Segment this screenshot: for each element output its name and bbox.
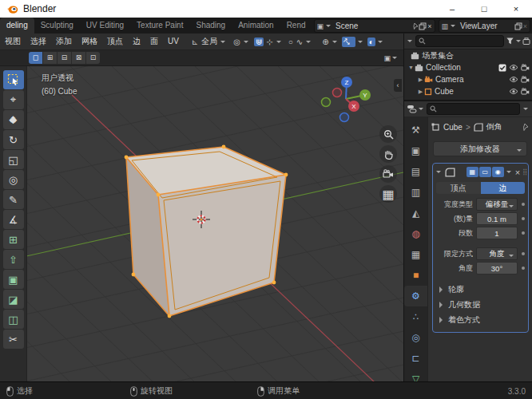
- pin-icon[interactable]: [521, 123, 529, 131]
- expand-triangle[interactable]: ▶: [417, 77, 424, 83]
- menu-add[interactable]: 添加: [51, 34, 77, 49]
- navigation-gizmo[interactable]: Z Y X: [318, 69, 390, 129]
- menu-mesh[interactable]: 网格: [77, 34, 102, 49]
- tool-inset-faces[interactable]: ▣: [3, 270, 24, 289]
- new-scene-icon[interactable]: [419, 22, 427, 30]
- workspace-tab-shading[interactable]: Shading: [189, 18, 232, 34]
- tool-select-box[interactable]: [3, 70, 24, 89]
- viewport-3d[interactable]: 用户透视 (60) Cube ⌖ ⬌⬍ ↻ ◱ ◎ ✎ ∡ ⊞ ⇧ ▣ ◪: [0, 66, 403, 381]
- tool-rotate[interactable]: ↻: [3, 130, 24, 149]
- menu-view[interactable]: 视图: [0, 34, 26, 49]
- drag-handle[interactable]: ⣿: [522, 168, 526, 176]
- eye-icon[interactable]: [509, 76, 518, 83]
- section-profile[interactable]: 轮廓: [435, 282, 526, 297]
- outliner-row-collection[interactable]: ▼ Collection: [404, 61, 532, 73]
- close-button[interactable]: ×: [500, 0, 532, 18]
- menu-face[interactable]: 面: [145, 34, 163, 49]
- new-viewlayer-icon[interactable]: [514, 22, 522, 30]
- animate-dot[interactable]: [522, 267, 525, 270]
- shading-mode-toggle[interactable]: ◐: [367, 38, 375, 46]
- sidebar-collapse-toggle[interactable]: ‹: [394, 79, 402, 92]
- show-gizmo-icon[interactable]: ⊕: [320, 38, 330, 46]
- snap-toggle[interactable]: ⋓: [254, 38, 264, 46]
- delete-modifier-button[interactable]: ×: [513, 168, 522, 177]
- display-realtime-toggle[interactable]: ▭: [479, 167, 491, 177]
- props-tab-constraints[interactable]: ⊏: [404, 348, 427, 369]
- pin-icon[interactable]: [411, 22, 419, 30]
- tab-vertices[interactable]: 顶点: [436, 182, 481, 194]
- xray-toggle[interactable]: ↗↘: [342, 37, 355, 47]
- animate-dot[interactable]: [522, 231, 525, 235]
- properties-editor-icon[interactable]: [407, 105, 417, 113]
- eye-icon[interactable]: [509, 64, 518, 71]
- tool-annotate[interactable]: ✎: [3, 190, 24, 209]
- expand-chevron[interactable]: [436, 171, 441, 176]
- menu-select[interactable]: 选择: [26, 34, 51, 49]
- select-mode-intersect[interactable]: ⊡: [86, 52, 100, 64]
- tool-measure[interactable]: ∡: [3, 210, 24, 229]
- props-tab-scene[interactable]: ◭: [404, 203, 427, 223]
- menu-edge[interactable]: 边: [128, 34, 145, 49]
- props-tab-particles[interactable]: ∴: [404, 306, 427, 327]
- select-mode-extend[interactable]: ⊞: [43, 52, 58, 64]
- new-collection-icon[interactable]: [522, 38, 530, 45]
- camera-view-button[interactable]: [379, 165, 397, 183]
- props-tab-physics[interactable]: ◎: [404, 327, 427, 348]
- proportional-edit-icon[interactable]: ○: [287, 38, 295, 46]
- checkbox-checked[interactable]: [498, 64, 506, 72]
- section-geometry[interactable]: 几何数据: [435, 297, 526, 312]
- outliner-row-scene-collection[interactable]: 场景集合: [404, 49, 532, 61]
- expand-triangle[interactable]: ▼: [407, 65, 415, 70]
- viewlayer-selector[interactable]: ▥ ViewLayer ×: [439, 19, 530, 33]
- display-editmode-toggle[interactable]: ▦: [466, 167, 478, 177]
- minimize-button[interactable]: –: [436, 0, 468, 18]
- menu-vertex[interactable]: 顶点: [102, 34, 128, 49]
- tab-edges[interactable]: 边: [481, 182, 526, 194]
- render-visibility-icon[interactable]: [521, 64, 530, 71]
- outliner-search-input[interactable]: [415, 35, 504, 47]
- tool-settings-extra[interactable]: ▣: [383, 54, 399, 62]
- transform-orientation-dropdown[interactable]: 全局: [200, 34, 219, 49]
- display-render-toggle[interactable]: ◉: [492, 167, 504, 177]
- workspace-tab-texture-paint[interactable]: Texture Paint: [130, 18, 189, 34]
- select-mode-invert[interactable]: ⊠: [72, 52, 86, 64]
- viewlayer-name[interactable]: ViewLayer: [457, 22, 514, 30]
- props-tab-object[interactable]: ■: [404, 265, 427, 286]
- width-type-dropdown[interactable]: 偏移量: [476, 198, 518, 211]
- props-tab-modifiers[interactable]: ⚙: [404, 286, 427, 306]
- select-mode-new[interactable]: ◻: [29, 52, 43, 64]
- props-tab-render[interactable]: ▣: [404, 140, 427, 161]
- snap-target-icon[interactable]: ⊹: [264, 38, 274, 46]
- tool-cursor[interactable]: ⌖: [3, 90, 24, 109]
- tool-add-cube[interactable]: ⊞: [3, 230, 24, 249]
- angle-value-slider[interactable]: 30°: [476, 262, 518, 275]
- breadcrumb-modifier[interactable]: 倒角: [486, 121, 502, 132]
- workspace-tab-rendering[interactable]: Rend: [280, 18, 312, 34]
- workspace-tab-uv-editing[interactable]: UV Editing: [80, 18, 130, 34]
- breadcrumb-object[interactable]: Cube: [443, 123, 463, 132]
- filter-icon[interactable]: [506, 37, 514, 45]
- maximize-button[interactable]: □: [468, 0, 500, 18]
- tool-transform[interactable]: ◎: [3, 170, 24, 189]
- menu-uv[interactable]: UV: [163, 34, 184, 49]
- add-modifier-button[interactable]: 添加修改器: [433, 141, 527, 156]
- animate-dot[interactable]: [522, 252, 525, 255]
- pivot-point-icon[interactable]: ◎: [232, 38, 242, 46]
- render-visibility-icon[interactable]: [521, 76, 530, 83]
- segments-value-slider[interactable]: 1: [476, 227, 518, 239]
- tool-scale[interactable]: ◱: [3, 150, 24, 169]
- props-tab-object-data[interactable]: ▽: [404, 369, 427, 381]
- falloff-curve-icon[interactable]: ∿: [295, 38, 304, 46]
- unlink-scene-icon[interactable]: ×: [427, 22, 432, 30]
- outliner-row-cube[interactable]: ▶ Cube: [404, 85, 532, 97]
- animate-dot[interactable]: [522, 217, 525, 220]
- props-tab-view-layer[interactable]: ▥: [404, 182, 427, 203]
- tool-extrude-region[interactable]: ⇧: [3, 250, 24, 269]
- props-tab-output[interactable]: ▤: [404, 161, 427, 182]
- properties-search-input[interactable]: [427, 103, 520, 115]
- props-tab-world[interactable]: ◍: [404, 223, 427, 244]
- tool-knife[interactable]: ✂: [3, 330, 24, 349]
- zoom-button[interactable]: [379, 125, 397, 143]
- outliner-row-camera[interactable]: ▶ Camera: [404, 73, 532, 85]
- amount-value-slider[interactable]: 0.1 m: [476, 212, 518, 225]
